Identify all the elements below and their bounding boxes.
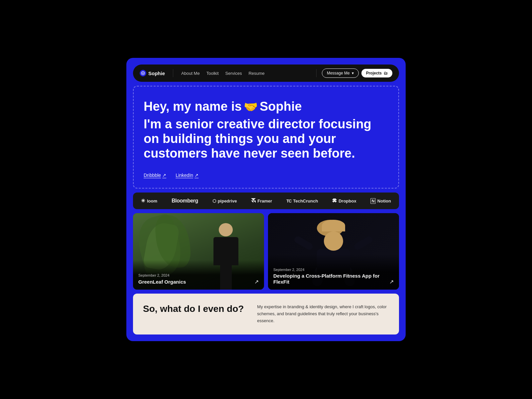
hero-subtitle: I'm a senior creative director focusing … <box>144 117 388 161</box>
cards-row: September 2, 2024 GreenLeaf Organics ↗ <box>133 213 399 290</box>
logo-framer: Framer <box>251 198 272 204</box>
nav-links: About Me Toolkit Services Resume <box>181 71 265 76</box>
navbar: Sophie About Me Toolkit Services Resume … <box>133 65 399 82</box>
dropbox-label: Dropbox <box>338 199 356 203</box>
dribbble-arrow: ↗ <box>162 173 166 178</box>
notion-label: Notion <box>377 199 391 203</box>
logo-text: Sophie <box>148 70 165 76</box>
framer-label: Framer <box>257 199 272 203</box>
logo-techcrunch: TC TechCrunch <box>286 199 318 203</box>
what-title: So, what do I even do? <box>143 304 244 314</box>
card-flexfit-title-row: Developing a Cross-Platform Fitness App … <box>273 273 394 285</box>
bloomberg-label: Bloomberg <box>172 198 198 204</box>
framer-icon <box>251 198 256 204</box>
card-greenleaf-arrow: ↗ <box>254 279 259 285</box>
nav-right-divider <box>316 69 317 77</box>
linkedin-arrow: ↗ <box>195 173 199 178</box>
logo-pipedrive: ⬡ pipedrive <box>212 199 237 203</box>
logo-bloomberg: Bloomberg <box>172 198 198 204</box>
loom-label: loom <box>147 199 157 203</box>
nav-toolkit[interactable]: Toolkit <box>206 71 219 76</box>
card-greenleaf-title-row: GreenLeaf Organics ↗ <box>138 279 259 285</box>
logo-notion: N Notion <box>370 198 391 204</box>
what-description: My expertise in branding & identity desi… <box>257 304 389 324</box>
card-flexfit-date: September 2, 2024 <box>273 268 394 272</box>
linkedin-label: LinkedIn <box>176 173 193 178</box>
techcrunch-label: TechCrunch <box>293 199 318 203</box>
hero-greeting: Hey, my name is <box>144 100 242 114</box>
logo-dropbox: Dropbox <box>332 198 356 204</box>
card-greenleaf-overlay: September 2, 2024 GreenLeaf Organics ↗ <box>133 260 264 290</box>
linkedin-link[interactable]: LinkedIn ↗ <box>176 173 199 178</box>
card-flexfit-title: Developing a Cross-Platform Fitness App … <box>273 273 387 285</box>
dribbble-label: Dribbble <box>144 173 161 178</box>
pipedrive-icon: ⬡ <box>212 199 216 203</box>
nav-resume[interactable]: Resume <box>248 71 264 76</box>
hero-emoji: 🤝 <box>244 101 258 113</box>
hero-links: Dribbble ↗ LinkedIn ↗ <box>144 173 388 178</box>
card-flexfit[interactable]: September 2, 2024 Developing a Cross-Pla… <box>268 213 399 290</box>
logo-icon <box>140 70 146 76</box>
nav-right: Message Me ▾ Projects 🗂 <box>316 68 392 78</box>
notion-icon: N <box>370 198 375 204</box>
nav-about-me[interactable]: About Me <box>181 71 200 76</box>
card-greenleaf-date: September 2, 2024 <box>138 273 259 277</box>
hero-name: Sophie <box>260 100 302 114</box>
logo[interactable]: Sophie <box>140 70 165 76</box>
message-me-button[interactable]: Message Me ▾ <box>322 68 359 78</box>
card-greenleaf[interactable]: September 2, 2024 GreenLeaf Organics ↗ <box>133 213 264 290</box>
what-section: So, what do I even do? My expertise in b… <box>133 294 399 334</box>
nav-divider <box>173 69 173 77</box>
projects-button[interactable]: Projects 🗂 <box>361 69 392 77</box>
page-wrapper: Sophie About Me Toolkit Services Resume … <box>126 58 406 341</box>
techcrunch-icon: TC <box>286 199 291 203</box>
logo-loom: ✳ loom <box>141 198 157 204</box>
dribbble-link[interactable]: Dribbble ↗ <box>144 173 166 178</box>
logos-bar: ✳ loom Bloomberg ⬡ pipedrive Framer TC T… <box>133 193 399 209</box>
svg-marker-2 <box>251 198 256 200</box>
svg-marker-3 <box>251 200 253 203</box>
card-flexfit-arrow: ↗ <box>389 279 394 285</box>
projects-icon: 🗂 <box>384 71 388 75</box>
nav-services[interactable]: Services <box>225 71 242 76</box>
svg-marker-6 <box>332 200 337 202</box>
message-label: Message Me <box>327 71 350 75</box>
svg-point-1 <box>142 72 144 74</box>
card-flexfit-overlay: September 2, 2024 Developing a Cross-Pla… <box>268 254 399 290</box>
message-dropdown-icon: ▾ <box>352 71 354 75</box>
svg-marker-4 <box>253 200 256 203</box>
nav-left: Sophie About Me Toolkit Services Resume <box>140 69 265 77</box>
dropbox-icon <box>332 198 337 204</box>
projects-label: Projects <box>366 71 382 75</box>
pipedrive-label: pipedrive <box>218 199 237 203</box>
card-greenleaf-title: GreenLeaf Organics <box>138 279 252 285</box>
hero-greeting-row: Hey, my name is 🤝 Sophie <box>144 100 388 114</box>
loom-icon: ✳ <box>141 198 145 204</box>
hero-section: Hey, my name is 🤝 Sophie I'm a senior cr… <box>133 86 399 189</box>
